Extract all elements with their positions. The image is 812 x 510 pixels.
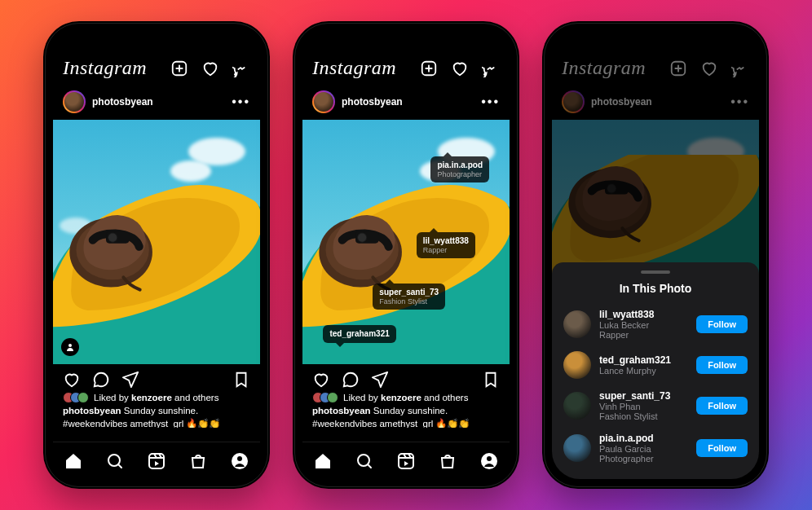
poster-username[interactable]: photosbyean [92,96,153,108]
liker-avatars [63,392,89,403]
phone-feed: Instagram photosbyean ••• [43,21,270,489]
person-username[interactable]: ted_graham321 [599,354,688,366]
activity-heart-icon[interactable] [451,59,469,77]
post-image[interactable] [53,120,260,364]
tab-bar [53,442,260,479]
person-avatar[interactable] [563,310,591,338]
sheet-grabber[interactable] [641,270,670,274]
activity-heart-icon [700,59,718,77]
post-image[interactable]: pia.in.a.podPhotographerlil_wyatt838Rapp… [302,120,510,364]
post-caption[interactable]: photosbyean Sunday sunshine. #weekendvib… [53,405,260,428]
tagged-people-icon[interactable] [61,338,79,356]
tab-reels[interactable] [146,451,167,472]
follow-button[interactable]: Follow [696,439,748,457]
tagged-person-row[interactable]: pia.in.a.podPaula GarciaPhotographerFoll… [552,427,759,469]
device-notch [357,31,455,52]
like-icon[interactable] [312,371,330,389]
person-avatar[interactable] [563,434,591,462]
tab-home[interactable] [63,451,84,472]
person-name: Vinh PhanFashion Stylist [599,402,688,421]
post-actions [53,364,260,392]
tab-shop[interactable] [437,451,458,472]
tab-profile[interactable] [479,451,500,472]
phone-sheet: Instagram photosbyean ••• In This Photo … [542,21,769,489]
follow-button[interactable]: Follow [696,397,748,415]
share-icon[interactable] [121,371,139,389]
poster-link[interactable]: photosbyean [63,90,153,113]
messenger-icon[interactable] [232,59,250,77]
sheet-title: In This Photo [552,282,759,295]
poster-link[interactable]: photosbyean [312,90,403,113]
instagram-logo[interactable]: Instagram [63,57,147,79]
tagged-person-row[interactable]: super_santi_73Vinh PhanFashion StylistFo… [552,385,759,427]
post-more-icon[interactable]: ••• [481,95,500,109]
tag-bubble[interactable]: lil_wyatt838Rapper [417,232,475,258]
post-header: photosbyean ••• [53,84,260,120]
poster-avatar[interactable] [63,90,86,113]
tag-bubble[interactable]: ted_graham321 [323,325,395,343]
tagged-people-sheet: In This Photo lil_wyatt838Luka BeckerRap… [552,262,759,479]
save-icon[interactable] [232,371,250,389]
instagram-logo: Instagram [562,57,646,79]
tab-search[interactable] [104,451,126,472]
tab-search[interactable] [354,451,375,472]
device-notch [108,31,205,52]
tag-bubble[interactable]: super_santi_73Fashion Stylist [373,284,445,310]
post-more-icon[interactable]: ••• [232,95,250,109]
messenger-icon [731,59,749,77]
share-icon[interactable] [371,371,389,389]
screen: Instagram photosbyean ••• In This Photo … [552,31,759,479]
person-username[interactable]: pia.in.a.pod [599,433,688,444]
activity-heart-icon[interactable] [201,59,219,77]
likes-row[interactable]: Liked by kenzoere and others [53,392,260,405]
person-name: Paula GarciaPhotographer [599,444,688,464]
tab-reels[interactable] [395,451,417,472]
likes-row[interactable]: Liked by kenzoere and others [302,392,510,405]
person-username[interactable]: super_santi_73 [599,390,688,402]
person-name: Lance Murphy [599,366,688,376]
person-username[interactable]: lil_wyatt838 [599,309,688,320]
tagged-person-row[interactable]: lil_wyatt838Luka BeckerRapperFollow [552,303,759,345]
comment-icon[interactable] [92,371,110,389]
tab-profile[interactable] [229,451,250,472]
liker-name[interactable]: kenzoere [131,393,172,402]
comment-icon[interactable] [342,371,360,389]
screen: Instagram photosbyean ••• [53,31,260,479]
messenger-icon[interactable] [482,59,500,77]
tab-shop[interactable] [188,451,209,472]
save-icon[interactable] [482,371,500,389]
person-name: Luka BeckerRapper [599,320,688,340]
screen: Instagram photosbyean ••• pia.in.a.podPh… [302,31,510,479]
tagged-person-row[interactable]: ted_graham321Lance MurphyFollow [552,345,759,385]
follow-button[interactable]: Follow [696,356,748,374]
person-avatar[interactable] [563,351,591,379]
app-header: Instagram [53,57,260,84]
tab-home[interactable] [312,451,333,472]
new-post-icon[interactable] [420,59,438,77]
tag-bubble[interactable]: pia.in.a.podPhotographer [430,156,489,182]
phone-tags: Instagram photosbyean ••• pia.in.a.podPh… [293,21,519,489]
new-post-icon[interactable] [170,59,188,77]
follow-button[interactable]: Follow [696,315,748,333]
person-avatar[interactable] [563,392,591,420]
instagram-logo[interactable]: Instagram [312,57,396,79]
device-notch [607,31,704,52]
new-post-icon [669,59,687,77]
like-icon[interactable] [63,371,81,389]
